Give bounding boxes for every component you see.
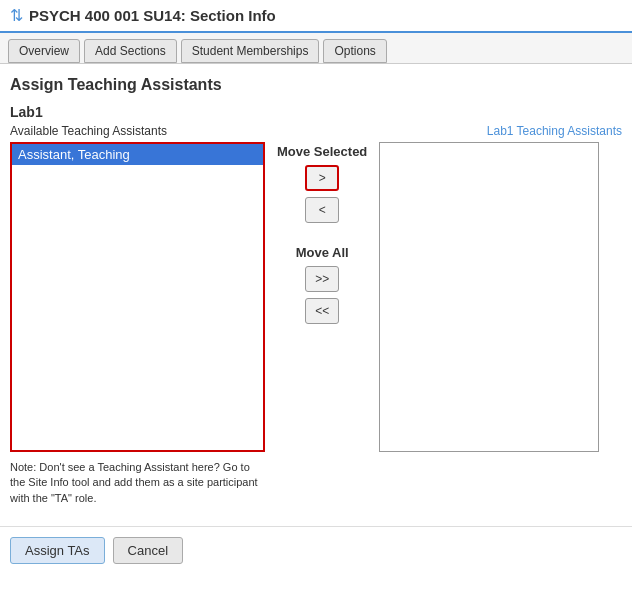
move-all-left-button[interactable]: << [305,298,339,324]
assign-tas-button[interactable]: Assign TAs [10,537,105,564]
move-left-button[interactable]: < [305,197,339,223]
move-right-button[interactable]: > [305,165,339,191]
tab-student-memberships[interactable]: Student Memberships [181,39,320,63]
header-title: PSYCH 400 001 SU14: Section Info [29,7,276,24]
move-all-label: Move All [296,245,349,260]
tab-overview[interactable]: Overview [8,39,80,63]
left-panel-label: Available Teaching Assistants [10,124,265,138]
page-title: Assign Teaching Assistants [10,76,622,94]
section-label: Lab1 [10,104,622,120]
cancel-button[interactable]: Cancel [113,537,183,564]
right-list-panel: Lab1 Teaching Assistants [379,124,622,452]
tab-add-sections[interactable]: Add Sections [84,39,177,63]
section-icon: ⇅ [10,6,23,25]
tab-bar: Overview Add Sections Student Membership… [0,33,632,64]
assigned-ta-listbox[interactable] [379,142,599,452]
list-item[interactable]: Assistant, Teaching [12,144,263,165]
move-buttons-panel: Move Selected > < Move All >> << [265,144,379,324]
move-selected-label: Move Selected [277,144,367,159]
right-panel-label: Lab1 Teaching Assistants [379,124,622,138]
available-ta-listbox[interactable]: Assistant, Teaching [10,142,265,452]
left-list-panel: Available Teaching Assistants Assistant,… [10,124,265,452]
move-all-right-button[interactable]: >> [305,266,339,292]
bottom-bar: Assign TAs Cancel [0,526,632,574]
transfer-area: Available Teaching Assistants Assistant,… [10,124,622,452]
header-bar: ⇅ PSYCH 400 001 SU14: Section Info [0,0,632,33]
note-text: Note: Don't see a Teaching Assistant her… [10,460,260,506]
tab-options[interactable]: Options [323,39,386,63]
main-content: Assign Teaching Assistants Lab1 Availabl… [0,64,632,516]
